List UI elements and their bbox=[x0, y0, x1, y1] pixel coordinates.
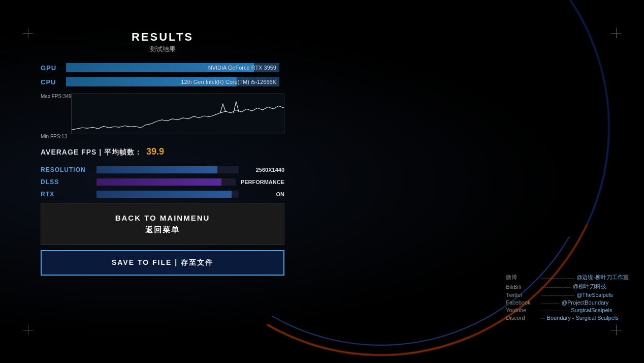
social-row: Discord--Boundary - Surgical Scalpels bbox=[506, 315, 629, 321]
social-dashes: ---------------- bbox=[541, 284, 571, 290]
crosshair-top-right bbox=[611, 28, 621, 38]
resolution-bar bbox=[96, 166, 217, 173]
rtx-value: ON bbox=[244, 191, 284, 197]
resolution-row: RESOLUTION 2560X1440 bbox=[41, 166, 284, 173]
social-handle: @ProjectBoundary bbox=[562, 299, 609, 306]
save-to-file-button[interactable]: SAVE TO FILE | 存至文件 bbox=[41, 250, 284, 276]
title-sub: 测试结果 bbox=[41, 45, 284, 54]
crosshair-bottom-right bbox=[611, 325, 621, 335]
dlss-label: DLSS bbox=[41, 178, 96, 186]
gpu-row: GPU NVIDIA GeForce RTX 3959 bbox=[41, 63, 284, 72]
results-title: RESULTS 测试结果 bbox=[41, 31, 284, 54]
social-row: BiliBili----------------@柳叶刀科技 bbox=[506, 283, 629, 290]
social-dashes: ------------------ bbox=[541, 292, 574, 298]
cpu-bar-container: 12th Gen Intel(R) Core(TM) i5-12666K bbox=[66, 77, 279, 86]
social-dashes: ---------- bbox=[541, 299, 560, 306]
gpu-value: NVIDIA GeForce RTX 3959 bbox=[208, 65, 276, 71]
rtx-bar-container bbox=[96, 191, 239, 198]
social-panel: 微博------------------@边境-柳叶刀工作室BiliBili--… bbox=[506, 274, 629, 322]
back-to-mainmenu-button[interactable]: BACK TO MAINMENU 返回菜单 bbox=[41, 203, 284, 245]
crosshair-bottom-left bbox=[23, 325, 33, 335]
rtx-bar bbox=[96, 191, 232, 198]
social-row: Facebook----------@ProjectBoundary bbox=[506, 299, 629, 306]
results-panel: RESULTS 测试结果 GPU NVIDIA GeForce RTX 3959… bbox=[41, 31, 284, 276]
social-handle: SurgicalScalpels bbox=[571, 307, 612, 313]
dlss-value: PERFORMANCE bbox=[241, 179, 284, 185]
btn-back-line1: BACK TO MAINMENU bbox=[115, 214, 210, 222]
cpu-row: CPU 12th Gen Intel(R) Core(TM) i5-12666K bbox=[41, 77, 284, 86]
cpu-value: 12th Gen Intel(R) Core(TM) i5-12666K bbox=[181, 79, 276, 85]
social-row: Twitter------------------@TheScalpels bbox=[506, 292, 629, 298]
btn-save-label: SAVE TO FILE | 存至文件 bbox=[112, 258, 213, 266]
fps-chart-svg bbox=[72, 94, 284, 134]
dlss-row: DLSS PERFORMANCE bbox=[41, 178, 284, 186]
gpu-bar-container: NVIDIA GeForce RTX 3959 bbox=[66, 63, 279, 72]
social-platform: Twitter bbox=[506, 292, 539, 298]
avg-fps-row: AVERAGE FPS | 平均帧数： 39.9 bbox=[41, 146, 284, 157]
resolution-label: RESOLUTION bbox=[41, 166, 96, 173]
social-handle: @TheScalpels bbox=[576, 292, 613, 298]
rtx-row: RTX ON bbox=[41, 191, 284, 198]
cpu-label: CPU bbox=[41, 78, 66, 86]
btn-back-line2: 返回菜单 bbox=[145, 225, 180, 234]
social-platform: Discord bbox=[506, 315, 539, 321]
resolution-bar-container bbox=[96, 166, 239, 173]
social-platform: Facebook bbox=[506, 299, 539, 306]
resolution-value: 2560X1440 bbox=[244, 167, 284, 173]
social-dashes: ------------------ bbox=[541, 275, 574, 281]
social-handle: @边境-柳叶刀工作室 bbox=[576, 274, 629, 281]
dlss-bar bbox=[96, 178, 221, 186]
fps-chart bbox=[71, 94, 284, 134]
social-row: Youtube---------------SurgicalScalpels bbox=[506, 307, 629, 313]
social-platform: Youtube bbox=[506, 307, 539, 313]
avg-fps-value: 39.9 bbox=[146, 146, 164, 157]
title-main: RESULTS bbox=[41, 31, 284, 44]
social-dashes: --------------- bbox=[541, 307, 569, 313]
social-platform: BiliBili bbox=[506, 284, 539, 290]
social-platform: 微博 bbox=[506, 274, 539, 281]
rtx-label: RTX bbox=[41, 191, 96, 198]
dlss-bar-container bbox=[96, 178, 236, 186]
fps-chart-section: Max FPS:349 Min FPS:13 bbox=[41, 94, 284, 139]
social-handle: @柳叶刀科技 bbox=[573, 283, 606, 290]
gpu-label: GPU bbox=[41, 64, 66, 72]
fps-max-label: Max FPS:349 bbox=[41, 94, 72, 99]
social-row: 微博------------------@边境-柳叶刀工作室 bbox=[506, 274, 629, 281]
social-dashes: -- bbox=[541, 315, 544, 321]
fps-min-label: Min FPS:13 bbox=[41, 134, 67, 139]
social-handle: Boundary - Surgical Scalpels bbox=[547, 315, 619, 321]
avg-fps-label: AVERAGE FPS | 平均帧数： bbox=[41, 148, 142, 157]
crosshair-top-left bbox=[23, 28, 33, 38]
